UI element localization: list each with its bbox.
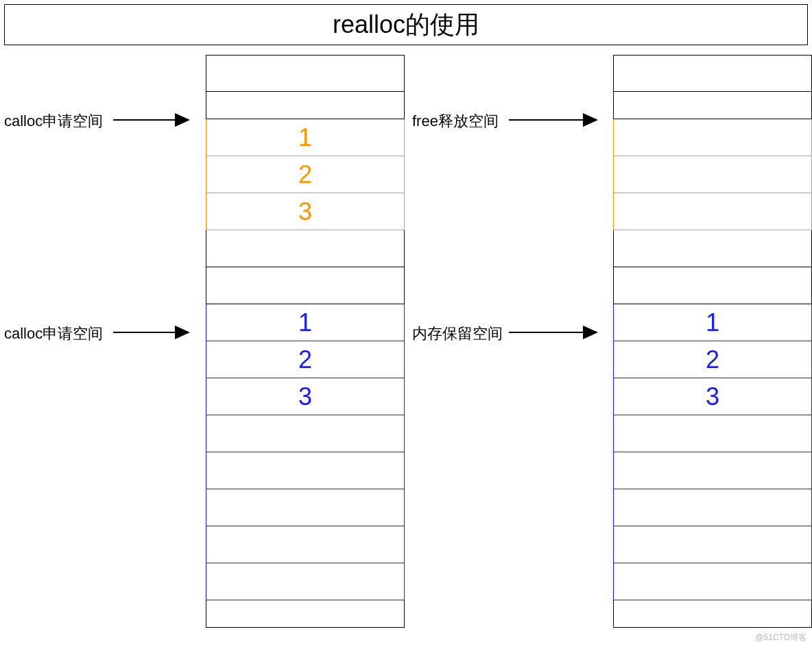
memory-cell: 2 xyxy=(206,341,405,378)
label-calloc-bottom: calloc申请空间 xyxy=(4,323,103,344)
memory-cell xyxy=(613,119,812,156)
label-calloc-top: calloc申请空间 xyxy=(4,111,103,132)
memory-cell xyxy=(206,55,405,92)
memory-cell: 3 xyxy=(206,193,405,230)
left-memory-column: 123123 xyxy=(206,55,405,628)
memory-cell xyxy=(206,92,405,119)
label-free: free释放空间 xyxy=(412,111,499,132)
memory-cell xyxy=(206,415,405,452)
memory-cell xyxy=(613,193,812,230)
arrow-free xyxy=(509,119,597,121)
memory-cell xyxy=(206,452,405,489)
diagram-title: realloc的使用 xyxy=(4,4,808,45)
arrow-calloc-bottom xyxy=(113,332,189,333)
memory-cell: 1 xyxy=(613,304,812,341)
memory-cell xyxy=(613,415,812,452)
memory-cell: 3 xyxy=(613,378,812,415)
memory-cell xyxy=(613,230,812,267)
memory-cell xyxy=(613,600,812,628)
memory-cell xyxy=(613,563,812,600)
memory-cell xyxy=(206,267,405,304)
memory-cell: 3 xyxy=(206,378,405,415)
arrow-reserved xyxy=(509,332,597,333)
memory-cell: 1 xyxy=(206,119,405,156)
label-reserved: 内存保留空间 xyxy=(412,323,503,344)
memory-cell xyxy=(206,600,405,628)
memory-cell xyxy=(613,156,812,193)
memory-cell xyxy=(206,230,405,267)
memory-cell xyxy=(613,55,812,92)
memory-cell: 2 xyxy=(613,341,812,378)
arrow-calloc-top xyxy=(113,119,189,121)
memory-cell xyxy=(206,526,405,563)
watermark: @51CTO博客 xyxy=(755,632,807,644)
memory-cell xyxy=(613,526,812,563)
right-memory-column: 123 xyxy=(613,55,812,628)
memory-cell: 1 xyxy=(206,304,405,341)
memory-cell xyxy=(613,267,812,304)
memory-cell: 2 xyxy=(206,156,405,193)
memory-cell xyxy=(613,489,812,526)
memory-cell xyxy=(206,563,405,600)
memory-cell xyxy=(206,489,405,526)
memory-cell xyxy=(613,452,812,489)
memory-cell xyxy=(613,92,812,119)
